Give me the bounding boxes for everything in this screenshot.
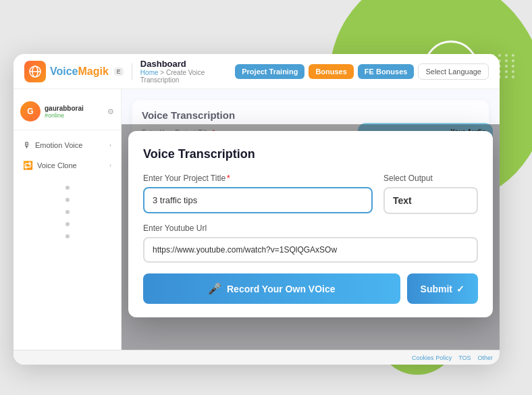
sidebar-dot-1 xyxy=(65,186,70,190)
other-link[interactable]: Other xyxy=(477,354,493,361)
sidebar-label-clone: Voice Clone xyxy=(37,161,77,169)
breadcrumb: Home > Create Voice Transcription xyxy=(140,69,235,84)
avatar: G xyxy=(20,101,41,122)
modal-overlay: Voice Transcription Enter Your Project T… xyxy=(122,124,500,365)
sidebar-label-emotion: Emotion Voice xyxy=(35,141,82,149)
modal-project-group: Enter Your Project Title* xyxy=(143,174,373,214)
bg-section-title: Voice Transcription xyxy=(142,109,479,121)
sidebar: G gaurabborai #online ⚙ 🎙 Emotion Voice … xyxy=(14,89,122,365)
fe-bonuses-button[interactable]: FE Bonuses xyxy=(358,64,415,79)
main-content: Voice Transcription Enter Your Project T… xyxy=(122,89,500,365)
record-voice-button[interactable]: 🎤 Record Your Own VOice xyxy=(143,273,400,304)
gear-icon[interactable]: ⚙ xyxy=(107,107,114,116)
user-profile: G gaurabborai #online ⚙ xyxy=(14,96,121,130)
user-status: #online xyxy=(45,112,103,119)
logo-text: VoiceMagik xyxy=(50,65,109,78)
dashboard-info: Dashboard Home > Create Voice Transcript… xyxy=(140,59,235,84)
sidebar-dot-4 xyxy=(65,222,70,226)
select-language-button[interactable]: Select Language xyxy=(418,63,489,80)
modal-project-input[interactable] xyxy=(143,187,373,213)
user-info: gaurabborai #online xyxy=(45,105,103,119)
modal-title: Voice Transcription xyxy=(143,147,478,161)
sidebar-dot-5 xyxy=(65,234,70,238)
modal-output-select[interactable]: Text xyxy=(383,187,478,214)
cookies-policy-link[interactable]: Cookies Policy xyxy=(412,354,452,361)
modal-output-label: Select Output xyxy=(383,174,478,183)
bonuses-button[interactable]: Bonuses xyxy=(309,64,353,79)
sidebar-item-emotion-voice[interactable]: 🎙 Emotion Voice › xyxy=(16,136,118,155)
voice-clone-icon: 🔁 xyxy=(23,161,33,170)
body-area: G gaurabborai #online ⚙ 🎙 Emotion Voice … xyxy=(14,89,500,365)
navbar: VoiceMagik E Dashboard Home > Create Voi… xyxy=(14,54,500,89)
sidebar-dots xyxy=(14,179,121,245)
modal-url-group: Enter Youtube Url xyxy=(143,223,478,263)
breadcrumb-home[interactable]: Home xyxy=(140,69,159,76)
tos-link[interactable]: TOS xyxy=(458,354,471,361)
modal-url-label: Enter Youtube Url xyxy=(143,223,478,233)
modal-url-input[interactable] xyxy=(143,237,478,263)
user-name: gaurabborai xyxy=(45,105,103,112)
modal-project-label: Enter Your Project Title* xyxy=(143,174,373,183)
submit-button[interactable]: Submit ✓ xyxy=(407,273,478,304)
logo-area: VoiceMagik E xyxy=(24,61,124,82)
mic-icon: 🎤 xyxy=(208,282,221,295)
modal-buttons: 🎤 Record Your Own VOice Submit ✓ xyxy=(143,273,478,304)
chevron-icon-2: › xyxy=(109,162,111,169)
dashboard-title: Dashboard xyxy=(140,59,235,69)
main-card: VoiceMagik E Dashboard Home > Create Voi… xyxy=(14,54,500,365)
modal-top-row: Enter Your Project Title* Select Output … xyxy=(143,174,478,214)
modal-output-group: Select Output Text xyxy=(383,174,478,214)
logo-icon xyxy=(24,61,46,82)
footer-bar: Cookies Policy TOS Other xyxy=(14,350,500,365)
voice-transcription-modal: Voice Transcription Enter Your Project T… xyxy=(128,131,493,317)
chevron-icon: › xyxy=(109,142,111,149)
emotion-voice-icon: 🎙 xyxy=(23,140,31,150)
sidebar-dot-3 xyxy=(65,210,70,214)
nav-buttons: Project Training Bonuses FE Bonuses Sele… xyxy=(235,63,489,80)
logo-badge: E xyxy=(114,68,124,76)
check-icon: ✓ xyxy=(456,284,464,294)
project-training-button[interactable]: Project Training xyxy=(235,64,304,79)
nav-divider xyxy=(132,63,132,80)
sidebar-item-voice-clone[interactable]: 🔁 Voice Clone › xyxy=(16,156,118,175)
sidebar-dot-2 xyxy=(65,198,70,202)
